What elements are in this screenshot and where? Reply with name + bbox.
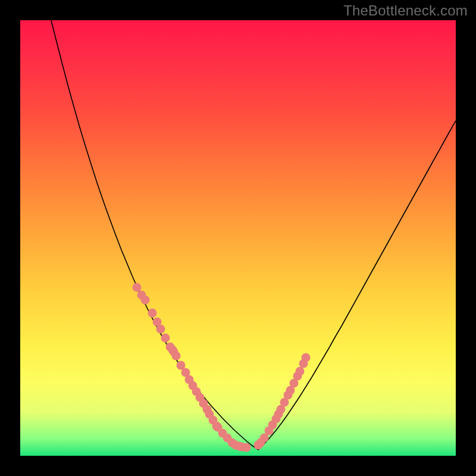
chart-svg [20,20,456,456]
data-point [141,296,150,305]
data-point [242,443,251,452]
plot-area [20,20,456,456]
data-point [133,283,142,292]
data-point [156,325,165,334]
data-point [148,309,157,318]
data-points [133,283,311,452]
data-point [161,334,170,343]
chart-frame: TheBottleneck.com [0,0,476,476]
bottleneck-curve [51,20,456,450]
data-point [172,352,181,361]
attribution-text: TheBottleneck.com [343,2,468,19]
data-point [296,367,305,376]
data-point [302,353,311,362]
